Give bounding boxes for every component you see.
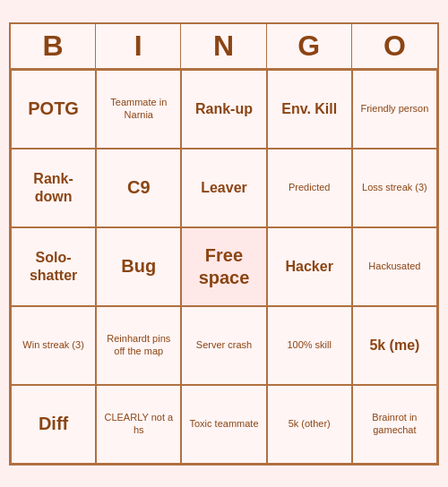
bingo-grid: POTGTeammate in NarniaRank-upEnv. KillFr… (11, 70, 437, 464)
bingo-cell: Loss streak (3) (352, 149, 437, 227)
bingo-cell: Bug (96, 227, 181, 306)
header-letter: N (181, 24, 266, 68)
bingo-cell: Server crash (181, 306, 266, 385)
bingo-cell: CLEARLY not a hs (96, 385, 181, 464)
bingo-cell: Env. Kill (267, 70, 352, 149)
bingo-cell: POTG (11, 70, 96, 149)
header-letter: B (11, 24, 96, 68)
header-letter: O (352, 24, 437, 68)
header-letter: I (96, 24, 181, 68)
bingo-cell: Free space (181, 227, 266, 306)
bingo-cell: 100% skill (267, 306, 352, 385)
bingo-cell: Teammate in Narnia (96, 70, 181, 149)
bingo-cell: Predicted (267, 149, 352, 227)
bingo-card: BINGO POTGTeammate in NarniaRank-upEnv. … (9, 22, 439, 466)
bingo-cell: C9 (96, 149, 181, 227)
bingo-cell: Rank-up (181, 70, 266, 149)
bingo-cell: Rank-down (11, 149, 96, 227)
bingo-cell: Brainrot in gamechat (352, 385, 437, 464)
bingo-cell: Hackusated (352, 227, 437, 306)
bingo-cell: Reinhardt pins off the map (96, 306, 181, 385)
bingo-cell: Win streak (3) (11, 306, 96, 385)
bingo-header: BINGO (11, 24, 437, 70)
bingo-cell: Solo-shatter (11, 227, 96, 306)
bingo-cell: 5k (me) (352, 306, 437, 385)
bingo-cell: Hacker (267, 227, 352, 306)
bingo-cell: Friendly person (352, 70, 437, 149)
header-letter: G (267, 24, 352, 68)
bingo-cell: Diff (11, 385, 96, 464)
bingo-cell: Leaver (181, 149, 266, 227)
bingo-cell: 5k (other) (267, 385, 352, 464)
bingo-cell: Toxic teammate (181, 385, 266, 464)
